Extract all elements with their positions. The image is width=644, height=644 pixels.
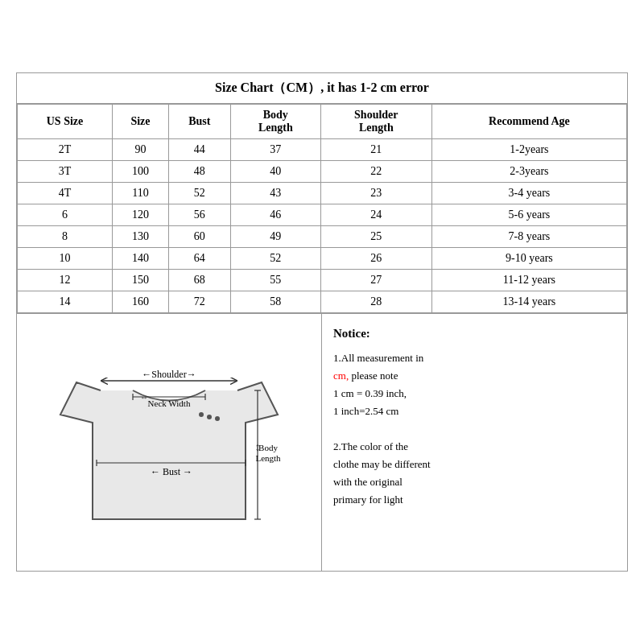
table-cell: 64 <box>168 248 230 270</box>
table-cell: 120 <box>112 204 168 226</box>
svg-point-21 <box>215 416 220 421</box>
table-cell: 7-8 years <box>431 226 626 248</box>
notice-line1: 1.All measurement in cm, please note <box>333 349 616 385</box>
notice-line5: 2.The color of the <box>333 438 616 456</box>
table-cell: 72 <box>168 291 230 313</box>
header-us-size: US Size <box>18 105 113 139</box>
table-row: 1215068552711-12 years <box>18 270 627 291</box>
diagram-area: ←Shoulder→ Neck Width ↔ Body Length ↕ <box>17 314 322 571</box>
table-cell: 21 <box>320 139 431 161</box>
svg-text:↕: ↕ <box>255 441 261 453</box>
svg-point-19 <box>199 412 204 417</box>
table-cell: 10 <box>18 248 113 270</box>
table-cell: 52 <box>230 248 320 270</box>
table-cell: 48 <box>168 161 230 183</box>
svg-text:←Shoulder→: ←Shoulder→ <box>142 369 196 380</box>
table-cell: 2-3years <box>431 161 626 183</box>
notice-title: Notice: <box>333 324 616 345</box>
notice-line8: primary for light <box>333 491 616 509</box>
table-cell: 46 <box>230 204 320 226</box>
table-cell: 90 <box>112 139 168 161</box>
table-cell: 130 <box>112 226 168 248</box>
table-cell: 13-14 years <box>431 291 626 313</box>
table-cell: 58 <box>230 291 320 313</box>
table-cell: 52 <box>168 183 230 204</box>
table-cell: 5-6 years <box>431 204 626 226</box>
notice-line3: 1 inch=2.54 cm <box>333 402 616 420</box>
svg-text:Length: Length <box>255 453 281 463</box>
table-cell: 11-12 years <box>431 270 626 291</box>
table-row: 2T904437211-2years <box>18 139 627 161</box>
bottom-section: ←Shoulder→ Neck Width ↔ Body Length ↕ <box>17 313 627 571</box>
garment-diagram: ←Shoulder→ Neck Width ↔ Body Length ↕ <box>52 326 286 559</box>
table-cell: 49 <box>230 226 320 248</box>
table-cell: 1-2years <box>431 139 626 161</box>
size-table: US Size Size Bust BodyLength ShoulderLen… <box>17 104 627 313</box>
table-row: 81306049257-8 years <box>18 226 627 248</box>
table-cell: 55 <box>230 270 320 291</box>
table-cell: 56 <box>168 204 230 226</box>
notice-line6: clothe may be different <box>333 456 616 473</box>
table-cell: 4T <box>18 183 113 204</box>
header-size: Size <box>112 105 168 139</box>
table-cell: 68 <box>168 270 230 291</box>
notice-line2: 1 cm = 0.39 inch, <box>333 385 616 402</box>
header-bust: Bust <box>168 105 230 139</box>
table-cell: 43 <box>230 183 320 204</box>
table-cell: 160 <box>112 291 168 313</box>
notice-line7: with the original <box>333 473 616 491</box>
table-cell: 22 <box>320 161 431 183</box>
table-row: 101406452269-10 years <box>18 248 627 270</box>
table-cell: 26 <box>320 248 431 270</box>
table-cell: 8 <box>18 226 113 248</box>
svg-point-20 <box>207 415 212 419</box>
table-cell: 14 <box>18 291 113 313</box>
svg-text:←  Bust  →: ← Bust → <box>151 466 192 477</box>
table-cell: 3T <box>18 161 113 183</box>
table-cell: 28 <box>320 291 431 313</box>
table-row: 3T1004840222-3years <box>18 161 627 183</box>
table-cell: 3-4 years <box>431 183 626 204</box>
svg-text:Neck Width: Neck Width <box>148 398 191 408</box>
svg-text:↔: ↔ <box>140 393 148 402</box>
table-cell: 12 <box>18 270 113 291</box>
table-cell: 110 <box>112 183 168 204</box>
table-row: 4T1105243233-4 years <box>18 183 627 204</box>
table-cell: 9-10 years <box>431 248 626 270</box>
header-shoulder-length: ShoulderLength <box>320 105 431 139</box>
table-row: 61205646245-6 years <box>18 204 627 226</box>
table-cell: 100 <box>112 161 168 183</box>
table-cell: 24 <box>320 204 431 226</box>
size-chart-container: Size Chart（CM）, it has 1-2 cm error US S… <box>16 72 628 572</box>
table-cell: 140 <box>112 248 168 270</box>
table-header-row: US Size Size Bust BodyLength ShoulderLen… <box>18 105 627 139</box>
table-cell: 40 <box>230 161 320 183</box>
table-cell: 60 <box>168 226 230 248</box>
title-text: Size Chart（CM）, it has 1-2 cm error <box>215 80 429 94</box>
chart-title: Size Chart（CM）, it has 1-2 cm error <box>17 73 627 104</box>
table-cell: 2T <box>18 139 113 161</box>
table-row: 1416072582813-14 years <box>18 291 627 313</box>
table-cell: 6 <box>18 204 113 226</box>
svg-text:Body: Body <box>258 443 278 452</box>
header-recommend-age: Recommend Age <box>431 105 626 139</box>
table-cell: 44 <box>168 139 230 161</box>
table-cell: 27 <box>320 270 431 291</box>
table-cell: 37 <box>230 139 320 161</box>
notice-area: Notice: 1.All measurement in cm, please … <box>322 314 627 571</box>
table-cell: 25 <box>320 226 431 248</box>
table-cell: 150 <box>112 270 168 291</box>
header-body-length: BodyLength <box>230 105 320 139</box>
table-cell: 23 <box>320 183 431 204</box>
